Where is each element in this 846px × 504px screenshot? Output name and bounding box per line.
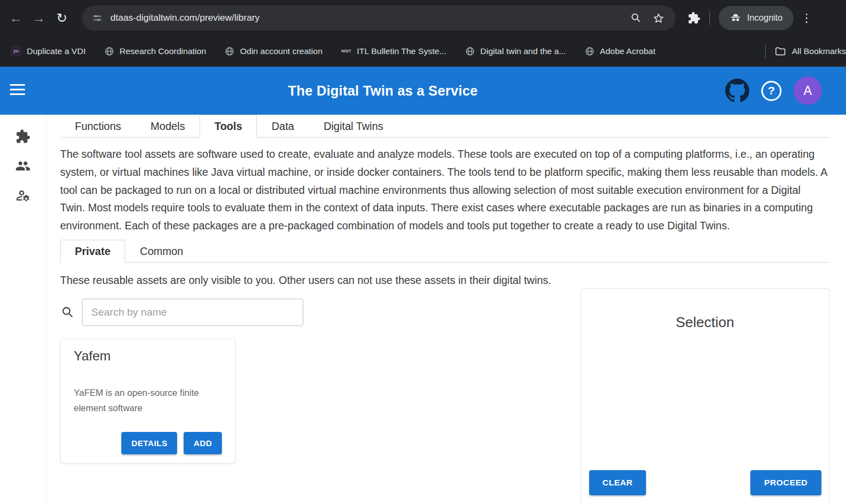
bookmark-item[interactable]: NIST ITL Bulletin The Syste... [333, 41, 454, 61]
manage-accounts-icon[interactable] [15, 188, 31, 203]
incognito-badge[interactable]: Incognito [719, 6, 794, 30]
app-header: The Digital Twin as a Service ? A [0, 67, 846, 115]
browser-menu-icon[interactable]: ⋮ [800, 11, 813, 25]
bookmarks-separator [765, 44, 766, 58]
omnibox-icons [630, 12, 665, 24]
bookmark-item[interactable]: Digital twin and the a... [457, 41, 574, 61]
back-icon[interactable]: ← [4, 7, 27, 29]
clear-button[interactable]: CLEAR [589, 470, 646, 495]
tools-description: The software tool assets are software us… [60, 145, 827, 235]
selection-panel: Selection CLEAR PROCEED [580, 288, 830, 504]
all-bookmarks-label: All Bookmarks [792, 46, 846, 56]
tab-functions[interactable]: Functions [60, 115, 136, 138]
all-bookmarks[interactable]: All Bookmarks [756, 44, 846, 58]
bookmark-item[interactable]: Research Coordination [97, 41, 214, 61]
screen: ← → ↻ dtaas-digitaltwin.com/preview/libr… [0, 0, 846, 504]
add-button[interactable]: ADD [184, 432, 222, 454]
incognito-label: Incognito [747, 13, 783, 23]
users-icon[interactable] [15, 158, 31, 174]
page-title: The Digital Twin as a Service [288, 83, 478, 99]
tab-private[interactable]: Private [60, 240, 125, 263]
bookmark-label: Digital twin and the a... [480, 46, 566, 56]
selection-title: Selection [581, 314, 829, 331]
extension-puzzle-icon[interactable] [15, 129, 31, 144]
forward-icon[interactable]: → [27, 7, 50, 29]
bookmark-label: ITL Bulletin The Syste... [357, 46, 446, 56]
header-actions: ? A [725, 76, 822, 105]
bookmark-label: Odin account creation [240, 46, 322, 56]
tab-data[interactable]: Data [257, 115, 309, 138]
bookmark-item[interactable]: jib Duplicate a VDI [3, 41, 93, 61]
tab-models[interactable]: Models [136, 115, 200, 138]
bookmark-item[interactable]: Adobe Acrobat [577, 41, 663, 61]
toolbar-right: Incognito ⋮ [688, 6, 813, 30]
bookmarks-bar: jib Duplicate a VDI Research Coordinatio… [0, 35, 846, 67]
tab-digital-twins[interactable]: Digital Twins [309, 115, 398, 138]
jib-favicon: jib [11, 46, 21, 56]
toolbar-separator [709, 11, 710, 25]
site-settings-icon[interactable] [92, 13, 103, 23]
globe-favicon [465, 46, 475, 56]
browser-toolbar: ← → ↻ dtaas-digitaltwin.com/preview/libr… [0, 0, 846, 35]
folder-icon [774, 45, 786, 57]
avatar[interactable]: A [794, 76, 822, 105]
visibility-tabs: Private Common [60, 240, 830, 263]
details-button[interactable]: DETAILS [121, 432, 177, 454]
bookmark-label: Adobe Acrobat [600, 46, 656, 56]
nist-favicon: NIST [341, 46, 351, 56]
private-note: These reusable assets are only visible t… [60, 271, 563, 289]
asset-tabs: Functions Models Tools Data Digital Twin… [60, 115, 830, 138]
search-input[interactable] [82, 299, 303, 326]
bookmark-label: Research Coordination [120, 46, 207, 56]
reload-icon[interactable]: ↻ [50, 7, 73, 29]
url-bar[interactable]: dtaas-digitaltwin.com/preview/library [82, 5, 675, 31]
tab-common[interactable]: Common [125, 240, 198, 263]
search-icon [61, 306, 74, 318]
app-sidebar [0, 115, 46, 504]
globe-favicon [104, 46, 114, 56]
globe-favicon [585, 46, 595, 56]
tab-tools[interactable]: Tools [199, 115, 257, 138]
globe-favicon [225, 46, 234, 56]
card-description: YaFEM is an open-source finite element s… [61, 385, 235, 416]
bookmark-item[interactable]: Odin account creation [217, 41, 330, 61]
help-icon[interactable]: ? [761, 81, 782, 101]
menu-icon[interactable] [10, 83, 26, 98]
bookmark-label: Duplicate a VDI [27, 46, 86, 56]
zoom-icon[interactable] [630, 12, 642, 23]
incognito-icon [730, 12, 742, 24]
extensions-icon[interactable] [688, 11, 701, 25]
bookmark-star-icon[interactable] [653, 12, 665, 24]
proceed-button[interactable]: PROCEED [750, 470, 821, 495]
asset-card-yafem: Yafem YaFEM is an open-source finite ele… [60, 339, 236, 464]
card-title: Yafem [61, 339, 235, 364]
main-content: Functions Models Tools Data Digital Twin… [47, 115, 846, 504]
url-text[interactable]: dtaas-digitaltwin.com/preview/library [110, 13, 630, 23]
github-icon[interactable] [725, 79, 749, 103]
card-actions: DETAILS ADD [61, 432, 235, 463]
